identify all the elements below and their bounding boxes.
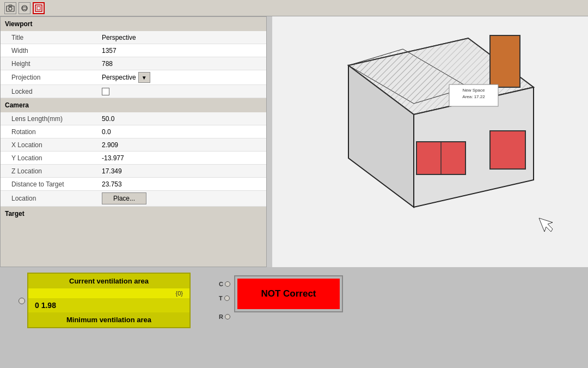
width-label: Width [1, 45, 99, 56]
location-row: Location Place... [1, 191, 266, 207]
c-dot [225, 281, 230, 287]
svg-point-1 [9, 7, 12, 10]
svg-rect-15 [490, 131, 525, 169]
z-location-row: Z Location 17.349 [1, 165, 266, 178]
projection-value: Perspective ▼ [99, 70, 266, 85]
title-label: Title [1, 32, 99, 43]
camera-toolbar-icon[interactable] [4, 2, 16, 14]
minimum-ventilation-header: Minimum ventilation area [27, 312, 191, 328]
y-location-value: -13.977 [99, 153, 266, 164]
locked-label: Locked [1, 86, 99, 97]
properties-panel: Viewport Title Perspective Width 1357 He… [0, 16, 267, 267]
height-label: Height [1, 58, 99, 69]
locked-value [99, 86, 266, 97]
building-svg: New Space Area: 17.22 [305, 22, 588, 256]
svg-rect-12 [490, 35, 520, 87]
svg-text:Area: 17.22: Area: 17.22 [462, 94, 485, 99]
frame-toolbar-icon[interactable] [33, 2, 45, 14]
connector-left [19, 298, 25, 304]
x-location-value: 2.909 [99, 140, 266, 150]
panel-scroll[interactable]: Viewport Title Perspective Width 1357 He… [1, 17, 266, 267]
height-value: 788 [99, 58, 266, 69]
svg-point-3 [22, 5, 27, 11]
c-connector: C [219, 281, 230, 287]
width-value: 1357 [99, 45, 266, 56]
toolbar [0, 0, 588, 16]
bottom-area: Current ventilation area {0} 0 1.98 Mini… [0, 267, 588, 368]
location-value: Place... [99, 191, 266, 206]
ventilation-node: Current ventilation area {0} 0 1.98 Mini… [27, 273, 191, 328]
title-value: Perspective [99, 32, 266, 43]
rotation-value: 0.0 [99, 126, 266, 137]
height-property-row: Height 788 [1, 57, 266, 70]
r-connector: R [219, 313, 230, 320]
not-correct-connectors: C T R [219, 281, 230, 320]
title-property-row: Title Perspective [1, 31, 266, 44]
lens-length-value: 50.0 [99, 113, 266, 124]
y-location-label: Y Location [1, 153, 99, 164]
width-property-row: Width 1357 [1, 44, 266, 57]
t-connector: T [219, 295, 230, 301]
not-correct-text: NOT Correct [261, 288, 316, 299]
locked-property-row: Locked [1, 85, 266, 98]
place-button[interactable]: Place... [102, 192, 146, 204]
ventilation-value: 0 1.98 [27, 298, 191, 312]
y-location-row: Y Location -13.977 [1, 152, 266, 165]
svg-text:New Space: New Space [463, 88, 485, 93]
target-section-header: Target [1, 207, 266, 221]
z-location-label: Z Location [1, 166, 99, 177]
distance-to-target-label: Distance to Target [1, 179, 99, 190]
location-label: Location [1, 193, 99, 204]
projection-property-row: Projection Perspective ▼ [1, 70, 266, 85]
projection-dropdown-button[interactable]: ▼ [138, 72, 150, 83]
rotation-label: Rotation [1, 126, 99, 137]
svg-marker-19 [539, 218, 553, 232]
t-dot [224, 295, 230, 301]
viewport-3d: New Space Area: 17.22 [272, 16, 588, 267]
viewport-section-header: Viewport [1, 17, 266, 31]
rotation-row: Rotation 0.0 [1, 125, 266, 138]
lens-length-row: Lens Length(mm) 50.0 [1, 112, 266, 125]
current-ventilation-header: Current ventilation area [27, 273, 191, 288]
distance-to-target-value: 23.753 [99, 179, 266, 190]
svg-rect-5 [37, 7, 40, 10]
projection-label: Projection [1, 72, 99, 83]
x-location-row: X Location 2.909 [1, 138, 266, 152]
r-dot [225, 314, 230, 319]
not-correct-inner: NOT Correct [237, 279, 340, 309]
not-correct-node: C T R NOT Correct [234, 275, 343, 312]
camera-section-header: Camera [1, 98, 266, 112]
locked-checkbox[interactable] [102, 88, 109, 95]
z-location-value: 17.349 [99, 166, 266, 177]
svg-rect-4 [35, 5, 42, 11]
distance-to-target-row: Distance to Target 23.753 [1, 178, 266, 191]
orbit-toolbar-icon[interactable] [19, 2, 30, 14]
x-location-label: X Location [1, 140, 99, 150]
ventilation-index-row: {0} [27, 288, 191, 298]
not-correct-outer: NOT Correct [234, 275, 343, 312]
ventilation-box: Current ventilation area {0} 0 1.98 Mini… [27, 273, 191, 328]
lens-length-label: Lens Length(mm) [1, 113, 99, 124]
